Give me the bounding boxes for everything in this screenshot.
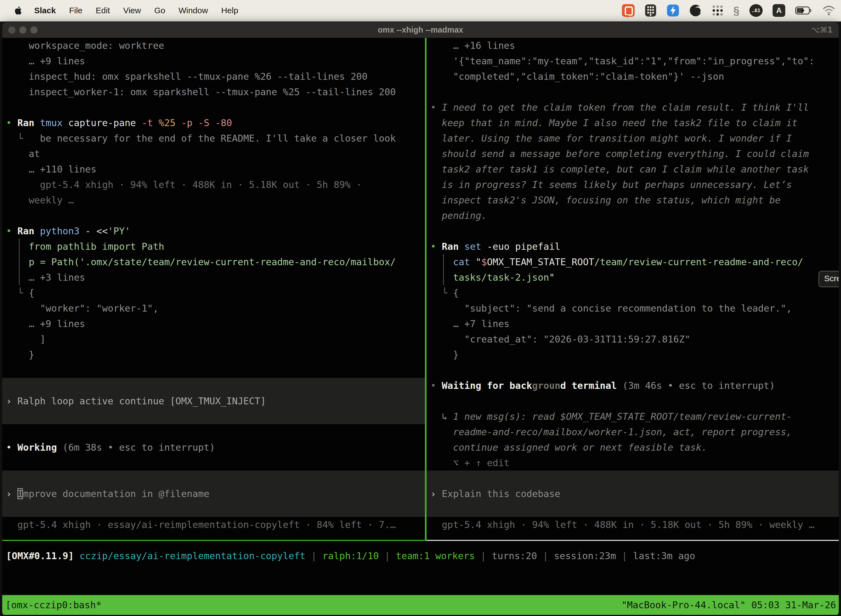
text-segment: └ <box>431 287 453 298</box>
grid-badge-icon[interactable] <box>645 4 657 17</box>
tmux-pane-left[interactable]: workspace_mode: worktree … +9 lines insp… <box>2 38 425 540</box>
text-segment: Ran <box>18 226 40 236</box>
hook-icon[interactable]: § <box>733 4 740 17</box>
text-segment: } <box>6 349 34 360</box>
menu-item-edit[interactable]: Edit <box>96 6 110 15</box>
text-segment: └ <box>6 287 29 298</box>
text-segment: later. Using the same for transition mig… <box>431 133 792 144</box>
terminal-line: '{"team_name":"my-team","task_id":"1","f… <box>426 53 839 69</box>
bolt-app-icon[interactable] <box>667 4 679 17</box>
terminal-line: … +16 lines <box>426 38 839 53</box>
terminal-line: └ { <box>2 285 425 301</box>
text-segment: from pathlib import Path <box>6 241 164 252</box>
terminal-line: … +7 lines <box>426 316 839 331</box>
text-segment: › <box>431 488 442 499</box>
text-segment: | <box>543 550 554 561</box>
text-segment: OMX_TEAM_STATE_ROOT <box>487 257 594 267</box>
text-segment: gpt-5.4 xhigh · essay/ai-reimplementatio… <box>6 519 396 530</box>
window-titlebar[interactable]: omx --xhigh --madmax ⌥⌘1 <box>2 22 839 38</box>
terminal-input-row[interactable] <box>426 502 839 517</box>
terminal-line: inspect_hud: omx sparkshell --tmux-pane … <box>2 69 425 84</box>
terminal-input-row[interactable]: › Improve documentation in @filename <box>2 486 425 502</box>
text-segment: gpt-5.4 xhigh · 94% left · 488K in · 5.1… <box>431 519 815 530</box>
menu-bar: SlackFileEditViewGoWindowHelp § ..61 A <box>0 0 841 22</box>
tmux-pane-right[interactable]: … +16 lines '{"team_name":"my-team","tas… <box>426 38 839 540</box>
text-segment: "subject": "send a concise recommendatio… <box>431 303 792 314</box>
terminal-line: • Ran tmux capture-pane -t %25 -p -S -80 <box>2 115 425 131</box>
text-segment: Ralph loop active continue [OMX_TMUX_INJ… <box>18 396 266 406</box>
terminal-line: } <box>426 347 839 362</box>
terminal-line: task2 after task1 is complete, but can I… <box>426 161 839 177</box>
text-segment: team:1 workers <box>396 550 481 561</box>
pane-border-bottom-right <box>426 540 839 541</box>
terminal-line: gpt-5.4 xhigh · 94% left · 488K in · 5.1… <box>2 177 425 192</box>
text-segment: '{"team_name":"my-team","task_id":"1","f… <box>431 56 815 66</box>
text-segment: keep that in mind. Maybe I also need the… <box>431 117 798 128</box>
text-segment: I <box>18 488 23 499</box>
terminal-line: later. Using the same for transition mig… <box>426 131 839 146</box>
terminal-line: • I need to get the claim token from the… <box>426 100 839 115</box>
text-segment: • <box>6 226 18 236</box>
text-segment: [OMX#0.11.9] <box>6 550 79 561</box>
menu-item-help[interactable]: Help <box>221 6 238 15</box>
terminal-input-row[interactable]: › Explain this codebase <box>426 486 839 502</box>
menu-item-go[interactable]: Go <box>154 6 165 15</box>
wifi-icon[interactable] <box>822 6 835 15</box>
text-segment: … +16 lines <box>431 40 515 51</box>
terminal-line: ] <box>2 331 425 347</box>
terminal-line: └ be necessary for the end of the README… <box>2 131 425 146</box>
terminal-line <box>2 362 425 378</box>
text-segment: << <box>97 226 108 236</box>
text-segment: Ran <box>18 117 40 128</box>
text-segment: -euo pipefail <box>487 241 560 252</box>
terminal-line: "created_at": "2026-03-31T11:59:27.816Z" <box>426 331 839 347</box>
text-segment: 1 new msg(s): read $OMX_TEAM_STATE_ROOT/… <box>453 411 792 422</box>
text-segment: ralph:1/10 <box>322 550 384 561</box>
text-segment: " <box>476 257 481 267</box>
text-segment: cczip/essay/ai-reimplementation-copyleft <box>79 550 311 561</box>
tmux-status-bar: [omx-cczip0:bash* "MacBook-Pro-44.local"… <box>2 595 839 615</box>
text-segment: inspect_worker-1: omx sparkshell --tmux-… <box>6 87 396 97</box>
battery-icon[interactable] <box>795 6 812 15</box>
terminal-line <box>426 393 839 409</box>
menu-item-window[interactable]: Window <box>179 6 208 15</box>
terminal-line <box>2 208 425 223</box>
terminal-line: tasks/task-2.json" <box>426 270 839 285</box>
text-segment: turns:20 <box>492 550 542 561</box>
text-segment: - <box>85 226 97 236</box>
menu-item-view[interactable]: View <box>123 6 141 15</box>
tmux-host-clock: "MacBook-Pro-44.local" 05:03 31-Mar-26 <box>621 600 839 610</box>
apple-menu-icon[interactable] <box>14 6 22 15</box>
text-segment: -p <box>181 117 198 128</box>
text-segment: ↳ <box>431 411 453 422</box>
terminal-input-row[interactable] <box>2 409 425 424</box>
text-segment: set <box>464 241 487 252</box>
window-shortcut-hint: ⌥⌘1 <box>811 22 833 38</box>
chat-app-icon[interactable] <box>622 4 634 17</box>
terminal-input-row[interactable] <box>426 471 839 486</box>
text-segment: › <box>6 396 18 406</box>
terminal-input-row[interactable] <box>2 471 425 486</box>
text-segment: pending. <box>431 210 487 221</box>
terminal-line: └ { <box>426 285 839 301</box>
menu-item-file[interactable]: File <box>69 6 82 15</box>
terminal-line: "worker": "worker-1", <box>2 301 425 316</box>
count-badge-icon[interactable]: ..61 <box>749 4 763 17</box>
text-segment: groun <box>532 380 560 391</box>
text-segment: workspace_mode: worktree <box>6 40 164 51</box>
input-source-badge-icon[interactable]: A <box>772 4 785 17</box>
text-segment: is in progress? It seems likely but perh… <box>431 179 792 190</box>
terminal-line: continue assigned work or next feasible … <box>426 440 839 455</box>
text-segment: tasks/task-2.json <box>453 272 549 283</box>
text-segment <box>431 272 453 283</box>
crescent-icon[interactable] <box>689 4 702 17</box>
dots-grid-icon[interactable] <box>712 5 724 16</box>
terminal-input-row[interactable]: › Ralph loop active continue [OMX_TMUX_I… <box>2 393 425 409</box>
terminal-input-row[interactable] <box>2 502 425 517</box>
terminal-input-row[interactable] <box>2 378 425 393</box>
terminal-line: • Ran python3 - <<'PY' <box>2 223 425 239</box>
text-segment: | <box>385 550 396 561</box>
text-segment: I need to get the claim token from the c… <box>442 102 809 113</box>
menu-item-slack[interactable]: Slack <box>34 6 56 15</box>
text-segment: | <box>622 550 633 561</box>
